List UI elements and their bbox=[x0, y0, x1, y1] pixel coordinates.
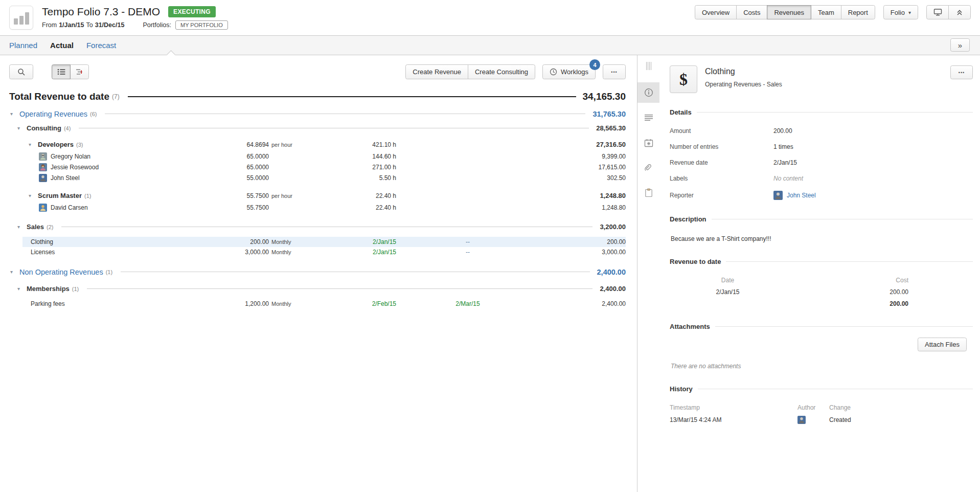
start-date: 2/Jan/15 bbox=[303, 249, 401, 256]
main-tab-group: Overview Costs Revenues Team Report bbox=[695, 5, 875, 19]
table-row-scrum-master[interactable]: ▾ Scrum Master (1) 55.7500per hour 22.40… bbox=[0, 189, 626, 202]
table-row-gregory-nolan[interactable]: Gregory Nolan 65.0000 144.60 h 9,399.00 bbox=[0, 151, 626, 162]
table-row-licenses[interactable]: Licenses 3,000.00Monthly 2/Jan/15 -- 3,0… bbox=[0, 247, 626, 257]
row-rule bbox=[61, 227, 592, 227]
table-row-non-operating-revenues[interactable]: ▾ Non Operating Revenues (1) 2,400.00 bbox=[0, 265, 626, 279]
table-row-john-steel[interactable]: John Steel 55.0000 5.50 h 302.50 bbox=[0, 172, 626, 183]
hours-value: 144.60 h bbox=[303, 153, 401, 160]
section-rule bbox=[712, 219, 973, 219]
row-label[interactable]: Operating Revenues bbox=[19, 110, 87, 118]
row-label: Developers bbox=[38, 141, 74, 148]
rate-unit: per hour bbox=[269, 142, 303, 148]
double-chevron-right-icon: » bbox=[958, 41, 962, 50]
attach-files-button[interactable]: Attach Files bbox=[918, 338, 967, 351]
collapse-triangle-icon[interactable]: ▾ bbox=[29, 142, 38, 147]
create-consulting-button[interactable]: Create Consulting bbox=[468, 64, 535, 79]
folio-dropdown-button[interactable]: Folio▾ bbox=[883, 5, 918, 19]
row-value: 9,399.00 bbox=[514, 153, 626, 160]
row-rule bbox=[121, 272, 589, 272]
rate-unit: Monthly bbox=[269, 301, 303, 307]
presentation-mode-button[interactable] bbox=[926, 5, 949, 19]
row-rule bbox=[128, 96, 577, 97]
text-lines-icon bbox=[644, 114, 653, 121]
field-revenue-date: Revenue date 2/Jan/15 bbox=[670, 159, 973, 166]
table-row-consulting[interactable]: ▾ Consulting (4) 28,565.30 bbox=[0, 122, 626, 135]
detail-more-button[interactable]: ••• bbox=[950, 65, 973, 79]
table-row-clothing[interactable]: Clothing 200.00Monthly 2/Jan/15 -- 200.0… bbox=[0, 237, 626, 247]
details-section: Details Amount 200.00 Number of entries … bbox=[670, 108, 973, 200]
row-value: 1,248.80 bbox=[514, 192, 626, 199]
reporter-link[interactable]: John Steel bbox=[787, 192, 816, 199]
tab-report[interactable]: Report bbox=[841, 5, 875, 19]
table-row-memberships[interactable]: ▾ Memberships (1) 2,400.00 bbox=[0, 282, 626, 295]
worklogs-count-badge: 4 bbox=[589, 59, 600, 70]
field-label: Amount bbox=[670, 127, 773, 135]
portfolio-badge[interactable]: MY PORTFOLIO bbox=[175, 20, 228, 30]
table-row: 2/Jan/15 200.00 bbox=[670, 288, 908, 296]
revenue-tree-table: Total Revenue to date (7) 34,165.30 ▾ Op… bbox=[0, 87, 626, 309]
table-row-operating-revenues[interactable]: ▾ Operating Revenues (6) 31,765.30 bbox=[0, 107, 626, 121]
row-label[interactable]: Non Operating Revenues bbox=[19, 268, 103, 276]
toolbar-more-button[interactable]: ••• bbox=[603, 64, 626, 79]
double-chevron-up-icon bbox=[956, 9, 963, 16]
end-date: 2/Mar/15 bbox=[401, 300, 514, 307]
user-avatar bbox=[39, 152, 47, 161]
collapse-triangle-icon[interactable]: ▾ bbox=[17, 286, 27, 292]
table-row-developers[interactable]: ▾ Developers (3) 64.8694per hour 421.10 … bbox=[0, 138, 626, 151]
dollar-icon: $ bbox=[670, 65, 697, 93]
column-header-timestamp: Timestamp bbox=[670, 404, 797, 411]
panel-drag-handle[interactable] bbox=[646, 62, 651, 70]
collapse-triangle-icon[interactable]: ▾ bbox=[10, 269, 19, 275]
worklogs-button[interactable]: Worklogs bbox=[542, 64, 596, 79]
tab-revenues[interactable]: Revenues bbox=[767, 5, 811, 19]
column-header-cost: Cost bbox=[786, 277, 908, 284]
row-label: Jessie Rosewood bbox=[51, 164, 99, 171]
section-heading: Details bbox=[670, 108, 692, 116]
description-section-button[interactable] bbox=[637, 107, 659, 128]
author-avatar bbox=[797, 416, 806, 424]
column-header-change: Change bbox=[829, 404, 973, 411]
view-tab-forecast[interactable]: Forecast bbox=[86, 41, 116, 50]
view-tab-actual[interactable]: Actual bbox=[50, 41, 74, 50]
row-label: Parking fees bbox=[31, 300, 65, 307]
clipboard-icon bbox=[645, 188, 653, 197]
from-label: From bbox=[42, 21, 57, 29]
search-button[interactable] bbox=[9, 64, 33, 79]
row-value: 17,615.00 bbox=[514, 164, 626, 171]
table-row-david-carsen[interactable]: David Carsen 55.7500 22.40 h 1,248.80 bbox=[0, 202, 626, 213]
field-value-empty: No content bbox=[773, 175, 803, 182]
top-header: Tempo Folio 7.3 - DEMO EXECUTING From 1/… bbox=[0, 0, 980, 36]
table-row-jessie-rosewood[interactable]: Jessie Rosewood 65.0000 271.00 h 17,615.… bbox=[0, 162, 626, 172]
calendar-icon bbox=[644, 139, 653, 147]
collapse-header-button[interactable] bbox=[948, 5, 971, 19]
row-label: Consulting bbox=[27, 124, 61, 132]
collapse-triangle-icon[interactable]: ▾ bbox=[29, 193, 38, 198]
view-tab-planned[interactable]: Planned bbox=[9, 41, 37, 50]
table-row-total[interactable]: Total Revenue to date (7) 34,165.30 bbox=[0, 87, 626, 106]
tab-team[interactable]: Team bbox=[811, 5, 841, 19]
revenue-to-date-section-button[interactable] bbox=[637, 132, 659, 153]
row-rule bbox=[105, 114, 585, 114]
table-row-sales[interactable]: ▾ Sales (2) 3,200.00 bbox=[0, 220, 626, 233]
table-row-parking-fees[interactable]: Parking fees 1,200.00Monthly 2/Feb/15 2/… bbox=[0, 299, 626, 309]
collapse-triangle-icon[interactable]: ▾ bbox=[17, 224, 27, 230]
tab-overview[interactable]: Overview bbox=[695, 5, 737, 19]
collapse-triangle-icon[interactable]: ▾ bbox=[10, 111, 19, 117]
history-section-button[interactable] bbox=[637, 183, 659, 203]
app-logo-bar-chart-icon bbox=[9, 6, 33, 30]
list-view-toggle[interactable] bbox=[52, 64, 71, 79]
row-count: (6) bbox=[90, 111, 97, 117]
row-rule bbox=[79, 128, 589, 128]
page-title: Tempo Folio 7.3 - DEMO bbox=[42, 6, 160, 18]
expand-panel-button[interactable]: » bbox=[950, 38, 970, 52]
app-window: Tempo Folio 7.3 - DEMO EXECUTING From 1/… bbox=[0, 0, 980, 492]
timeline-view-toggle[interactable] bbox=[70, 64, 89, 79]
view-toggle-group bbox=[52, 64, 89, 79]
details-section-button[interactable] bbox=[637, 82, 659, 103]
folio-dropdown-label: Folio bbox=[891, 9, 905, 16]
tab-costs[interactable]: Costs bbox=[736, 5, 767, 19]
row-count: (2) bbox=[47, 224, 53, 230]
create-revenue-button[interactable]: Create Revenue bbox=[405, 64, 468, 79]
collapse-triangle-icon[interactable]: ▾ bbox=[17, 125, 27, 131]
attachments-section-button[interactable] bbox=[637, 158, 659, 178]
